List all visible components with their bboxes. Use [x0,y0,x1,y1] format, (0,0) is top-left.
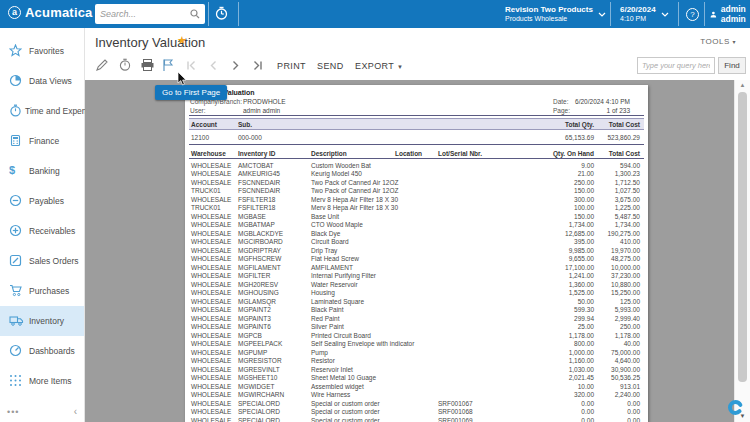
sidebar-item-favorites[interactable]: Favorites [0,36,84,66]
business-date-selector[interactable]: 6/20/2024 4:10 PM [620,0,669,28]
company-branch-value: PRODWHOLE [243,98,286,105]
cell-total-cost: 5,993.00 [615,306,640,313]
cell-inventory-id: MGWIDGET [238,383,274,390]
last-page-icon [251,59,264,72]
sidebar-item-sales-orders[interactable]: Sales Orders [0,246,84,276]
cell-inventory-id: MGSHEET10 [238,374,277,381]
cell-total-cost: 5,487.50 [615,213,640,220]
cell-qty-on-hand: 50.00 [578,298,594,305]
table-row: WHOLESALEFSFILTER18Merv 8 Hepa Air Filte… [189,195,644,204]
prev-page-button[interactable] [207,58,223,74]
cell-description: Flat Head Screw [311,255,359,262]
table-row: WHOLESALEMGFHSCREWFlat Head Screw9,655.0… [189,255,644,264]
user-menu[interactable]: admin admin [710,0,750,28]
scroll-up-icon[interactable]: ▲ [735,82,750,88]
print-button[interactable]: PRINT [277,61,306,71]
export-button[interactable]: EXPORT ▼ [355,61,403,71]
assistant-icon[interactable] [727,399,744,416]
sidebar-items: FavoritesData ViewsTime and ExpensesFina… [0,36,84,396]
sidebar-item-payables[interactable]: Payables [0,186,84,216]
cell-total-cost: 0.00 [627,400,640,407]
favorite-star-icon[interactable]: ★ [177,34,187,47]
sidebar-item-receivables[interactable]: Receivables [0,216,84,246]
table-row: WHOLESALEMGPEELPACKSelf Sealing Envelope… [189,340,644,349]
help-button[interactable]: ? [686,0,699,28]
find-button[interactable]: Find [718,57,746,74]
table-row: WHOLESALEMGBLACKDYEBlack Dye12,685.00190… [189,229,644,238]
cell-warehouse: WHOLESALE [191,366,231,373]
cell-warehouse: TRUCK01 [191,187,221,194]
sidebar-item-finance[interactable]: Finance [0,126,84,156]
print-report-button[interactable] [140,58,156,74]
cell-inventory-id: SPECIALORD [238,408,280,415]
cell-inventory-id: FSFILTER18 [238,196,275,203]
cell-qty-on-hand: 1,000.00 [569,349,594,356]
cell-description: Drip Tray [311,247,337,254]
sidebar-more-dots[interactable]: ••• [7,407,19,417]
cell-qty-on-hand: 25.00 [578,323,594,330]
cell-description: Laminated Square [311,298,364,305]
sidebar-item-data-views[interactable]: Data Views [0,66,84,96]
table-row: WHOLESALESPECIALORDSpecial or custom ord… [189,399,644,408]
table-row: WHOLESALEMGSHEET10Sheet Metal 10 Guage2,… [189,374,644,383]
cell-total-cost: 2,999.40 [615,315,640,322]
summary-total-qty: 65,153.69 [565,134,594,141]
sidebar-collapse-icon[interactable]: ‹ [74,406,77,417]
cell-qty-on-hand: 9,985.00 [569,247,594,254]
minus-circle-icon [9,194,26,208]
report-divider [189,115,644,116]
business-time: 4:10 PM [620,15,656,23]
help-icon: ? [686,8,699,21]
cell-description: Special or custom order [311,417,380,422]
sidebar-item-dashboards[interactable]: Dashboards [0,336,84,366]
cell-description: Internal Purifying Filter [311,272,376,279]
cell-total-cost: 10,000.00 [611,264,640,271]
sidebar-item-more-items[interactable]: More Items [0,366,84,396]
acumatica-logo[interactable]: a Acumatica [8,5,93,20]
cell-warehouse: WHOLESALE [191,281,231,288]
sidebar: FavoritesData ViewsTime and ExpensesFina… [0,28,85,422]
top-bar: a Acumatica Search... Revision Two Produ… [0,0,750,28]
cell-description: AMFILAMENT [311,264,353,271]
table-row: WHOLESALEMGPUMPPump1,000.0075,000.00 [189,348,644,357]
edit-report-button[interactable] [95,58,111,74]
scrollbar-thumb[interactable] [738,92,747,382]
col-inventory-id: Inventory ID [238,150,276,157]
report-user-label: User: [190,107,206,114]
cell-warehouse: WHOLESALE [191,332,231,339]
sidebar-item-inventory[interactable]: Inventory [0,306,84,336]
table-body: WHOLESALEAMCTOBATCustom Wooden Bat9.0059… [189,161,644,422]
cell-inventory-id: MGRESISTOR [238,357,282,364]
cell-warehouse: WHOLESALE [191,323,231,330]
cell-description: Custom Wooden Bat [311,162,371,169]
sidebar-item-time-and-expenses[interactable]: Time and Expenses [0,96,84,126]
global-search-input[interactable]: Search... [95,4,205,24]
send-button[interactable]: SEND [317,61,344,71]
cell-warehouse: WHOLESALE [191,289,231,296]
cell-inventory-id: MGCIRBOARD [238,238,283,245]
next-page-button[interactable] [229,58,245,74]
last-page-button[interactable] [251,58,267,74]
cell-description: Housing [311,289,335,296]
sidebar-item-label: Payables [29,196,64,206]
prev-page-icon [207,59,220,72]
refresh-button[interactable] [118,58,134,74]
report-groups-button[interactable] [161,58,177,74]
table-row: WHOLESALEMGLAMSQRLaminated Square50.0012… [189,297,644,306]
cell-inventory-id: MGPAINT2 [238,306,271,313]
business-date-clock-icon[interactable] [214,6,229,25]
table-row: WHOLESALEMGPAINT2Black Paint599.305,993.… [189,306,644,315]
query-input[interactable] [637,57,715,74]
tools-menu[interactable]: TOOLS ▾ [700,37,736,46]
cell-warehouse: WHOLESALE [191,315,231,322]
cell-total-cost: 2,240.00 [615,391,640,398]
cell-total-cost: 19,970.00 [611,247,640,254]
cell-inventory-id: MGDRIPTRAY [238,247,281,254]
sidebar-item-banking[interactable]: $Banking [0,156,84,186]
cell-description: Pump [311,349,328,356]
company-selector[interactable]: Revision Two Products Products Wholesale [505,0,606,28]
sidebar-item-purchases[interactable]: Purchases [0,276,84,306]
cell-warehouse: WHOLESALE [191,255,231,262]
vertical-scrollbar[interactable]: ▲ ▼ [734,80,750,422]
cell-qty-on-hand: 2,021.45 [569,374,594,381]
